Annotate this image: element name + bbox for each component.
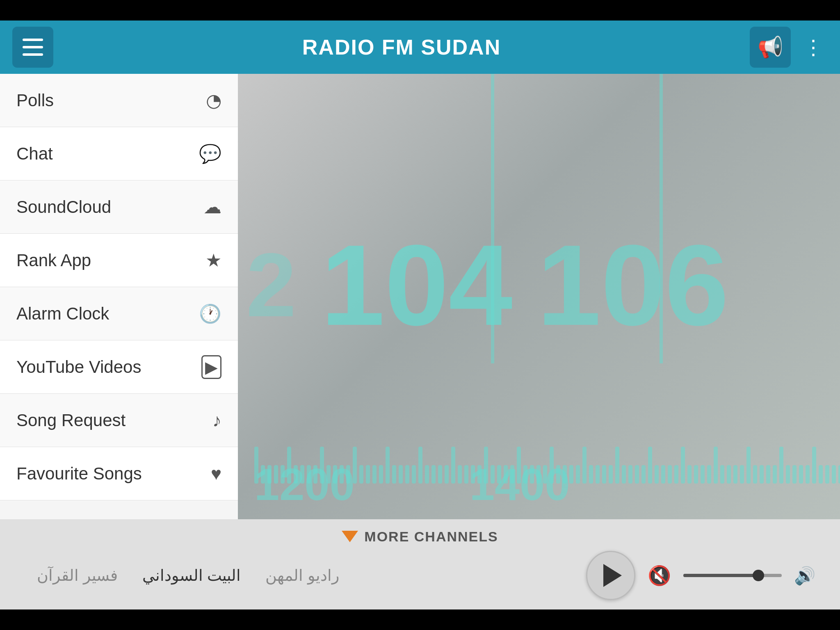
sidebar-label-polls: Polls [16,91,54,110]
more-channels-row: MORE CHANNELS [342,529,498,545]
sidebar-item-polls[interactable]: Polls ◔ [0,74,238,127]
menu-button[interactable] [12,27,53,68]
sidebar-item-soundcloud[interactable]: SoundCloud ☁ [0,180,238,234]
sidebar-label-alarm-clock: Alarm Clock [16,304,109,324]
channel-list: فسير القرآن البيت السوداني راديو المهن [12,566,586,584]
more-options-button[interactable]: ⋮ [799,31,828,63]
speaker-button[interactable]: 📢 [750,27,791,68]
top-status-bar [0,0,840,21]
sidebar-item-alarm-clock[interactable]: Alarm Clock 🕐 [0,287,238,340]
dial-numbers: 2 104 106 [238,228,840,342]
dial-sub-numbers: 1200 1400 [238,458,840,510]
channels-row: فسير القرآن البيت السوداني راديو المهن 🔇… [12,551,828,600]
sidebar-label-favourite: Favourite Songs [16,464,142,484]
hamburger-icon [23,39,43,56]
sidebar-label-song-request: Song Request [16,411,126,430]
dial-sub-1400: 1400 [470,458,570,510]
volume-thumb [753,570,764,581]
volume-slider[interactable] [683,574,782,577]
volume-max-icon: 🔊 [794,566,815,586]
sidebar: Polls ◔ Chat 💬 SoundCloud ☁ Rank App ★ A… [0,74,238,519]
dial-num-106: 106 [537,228,729,342]
youtube-icon: ▶ [201,355,221,379]
channel-tafsir[interactable]: فسير القرآن [37,566,118,584]
playback-controls: 🔇 🔊 [586,551,828,600]
sidebar-item-chat[interactable]: Chat 💬 [0,127,238,180]
play-button[interactable] [586,551,635,600]
dial-num-102: 2 [246,240,296,330]
speaker-icon: 📢 [758,35,783,59]
app-title: RADIO FM SUDAN [302,35,501,59]
music-icon: ♪ [212,410,221,431]
sidebar-label-chat: Chat [16,144,53,164]
star-icon: ★ [205,250,221,271]
volume-fill [683,574,762,577]
radio-background: 2 104 106 // Generate ticks via JS docum… [238,74,840,519]
play-icon [603,564,622,587]
header-actions: 📢 ⋮ [750,27,828,68]
chat-icon: 💬 [199,143,221,164]
heart-icon: ♥ [211,463,221,484]
volume-slider-container [683,574,782,577]
dial-sub-1200: 1200 [254,458,355,510]
sidebar-label-youtube: YouTube Videos [16,357,141,377]
mute-button[interactable]: 🔇 [648,564,671,587]
radio-dial: 2 104 106 // Generate ticks via JS docum… [238,74,840,519]
main-content: Polls ◔ Chat 💬 SoundCloud ☁ Rank App ★ A… [0,74,840,519]
alarm-icon: 🕐 [199,303,221,324]
radio-display: 2 104 106 // Generate ticks via JS docum… [238,74,840,519]
polls-icon: ◔ [206,90,221,111]
bottom-controls: MORE CHANNELS فسير القرآن البيت السوداني… [0,519,840,609]
dial-num-104: 104 [321,228,512,342]
bottom-status-bar [0,609,840,630]
app-header: RADIO FM SUDAN 📢 ⋮ [0,21,840,74]
soundcloud-icon: ☁ [203,196,221,217]
more-channels-arrow [342,531,358,542]
channel-radio-almehan[interactable]: راديو المهن [265,566,339,584]
sidebar-item-song-request[interactable]: Song Request ♪ [0,394,238,447]
sidebar-label-soundcloud: SoundCloud [16,197,111,217]
channel-albayt[interactable]: البيت السوداني [142,566,241,584]
more-channels-label[interactable]: MORE CHANNELS [364,529,498,545]
sidebar-label-rank-app: Rank App [16,251,91,270]
sidebar-item-youtube-videos[interactable]: YouTube Videos ▶ [0,340,238,394]
sidebar-item-rank-app[interactable]: Rank App ★ [0,234,238,287]
sidebar-item-favourite-songs[interactable]: Favourite Songs ♥ [0,447,238,500]
